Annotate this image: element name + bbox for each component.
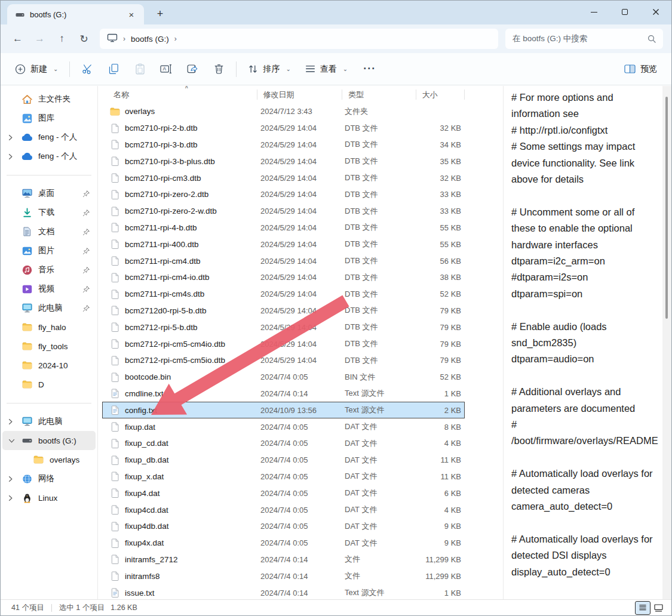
file-row-config.txt[interactable]: config.txt 2024/10/9 13:56 Text 源文件 2 KB bbox=[102, 402, 465, 418]
sidebar-item-fly_tools[interactable]: fly_tools bbox=[2, 337, 96, 356]
sidebar-item-图片[interactable]: 图片 bbox=[2, 241, 96, 260]
sidebar-item-label: 主文件夹 bbox=[38, 94, 82, 104]
file-name-cell: fixup.dat bbox=[102, 422, 260, 432]
file-row-cmdline.txt[interactable]: cmdline.txt 2024/7/4 0:14 Text 源文件 1 KB bbox=[102, 386, 465, 402]
file-type: DTB 文件 bbox=[345, 139, 415, 150]
textfile-icon bbox=[110, 588, 120, 597]
preview-scrollbar[interactable] bbox=[662, 86, 671, 599]
large-icons-view-button[interactable] bbox=[651, 602, 665, 614]
sidebar-item-音乐[interactable]: 音乐 bbox=[2, 260, 96, 279]
file-row-bcm2710-rpi-zero-2.dtb[interactable]: bcm2710-rpi-zero-2.dtb 2024/5/29 14:04 D… bbox=[102, 186, 465, 203]
breadcrumb[interactable]: › bootfs (G:) › bbox=[100, 29, 498, 49]
file-row-fixup4db.dat[interactable]: fixup4db.dat 2024/7/4 0:05 DAT 文件 9 KB bbox=[102, 518, 465, 535]
file-row-fixup4.dat[interactable]: fixup4.dat 2024/7/4 0:05 DAT 文件 6 KB bbox=[102, 485, 465, 501]
file-row-issue.txt[interactable]: issue.txt 2024/7/4 0:14 Text 源文件 1 KB bbox=[102, 584, 465, 599]
share-button[interactable] bbox=[179, 58, 205, 81]
sidebar-item-网络[interactable]: 网络 bbox=[2, 469, 96, 488]
copy-button[interactable] bbox=[100, 58, 127, 81]
file-row-bcm2712d0-rpi-5-b.dtb[interactable]: bcm2712d0-rpi-5-b.dtb 2024/5/29 14:04 DT… bbox=[102, 303, 465, 319]
file-row-initramfs8[interactable]: initramfs8 2024/7/4 0:14 文件 11,299 KB bbox=[102, 568, 465, 584]
file-type: DAT 文件 bbox=[345, 504, 415, 515]
preview-toggle-button[interactable]: 预览 bbox=[617, 58, 664, 81]
new-tab-button[interactable]: + bbox=[151, 5, 169, 23]
column-divider[interactable] bbox=[464, 90, 465, 100]
sidebar-item-feng---个人[interactable]: feng - 个人 bbox=[2, 128, 96, 147]
more-options-button[interactable]: ··· bbox=[355, 63, 384, 75]
column-header-type[interactable]: 类型 bbox=[342, 90, 416, 100]
file-row-bootcode.bin[interactable]: bootcode.bin 2024/7/4 0:05 BIN 文件 52 KB bbox=[102, 369, 465, 386]
sidebar-item-2024-10[interactable]: 2024-10 bbox=[2, 356, 96, 375]
file-row-bcm2711-rpi-4-b.dtb[interactable]: bcm2711-rpi-4-b.dtb 2024/5/29 14:04 DTB … bbox=[102, 220, 465, 236]
file-row-fixup_cd.dat[interactable]: fixup_cd.dat 2024/7/4 0:05 DAT 文件 4 KB bbox=[102, 435, 465, 452]
paste-button[interactable] bbox=[127, 58, 153, 81]
sidebar-item-视频[interactable]: 视频 bbox=[2, 279, 96, 298]
file-row-bcm2711-rpi-cm4.dtb[interactable]: bcm2711-rpi-cm4.dtb 2024/5/29 14:04 DTB … bbox=[102, 252, 465, 269]
sort-button[interactable]: 排序 ⌄ bbox=[241, 58, 297, 81]
chevron-right-icon[interactable] bbox=[8, 476, 21, 482]
file-date: 2024/5/29 14:04 bbox=[260, 140, 345, 149]
file-row-bcm2710-rpi-3-b-plus.dtb[interactable]: bcm2710-rpi-3-b-plus.dtb 2024/5/29 14:04… bbox=[102, 153, 465, 170]
delete-button[interactable] bbox=[205, 58, 232, 81]
file-row-fixup4x.dat[interactable]: fixup4x.dat 2024/7/4 0:05 DAT 文件 9 KB bbox=[102, 535, 465, 552]
sidebar-item-图库[interactable]: 图库 bbox=[2, 109, 96, 128]
sidebar-item-文档[interactable]: 文档 bbox=[2, 222, 96, 241]
sidebar-item-Linux[interactable]: Linux bbox=[2, 488, 96, 507]
file-icon bbox=[110, 173, 120, 183]
tab-bootfs[interactable]: bootfs (G:) × bbox=[7, 4, 144, 24]
chevron-right-icon[interactable]: › bbox=[174, 35, 177, 43]
file-row-fixup.dat[interactable]: fixup.dat 2024/7/4 0:05 DAT 文件 8 KB bbox=[102, 418, 465, 435]
new-button[interactable]: 新建 ⌄ bbox=[8, 58, 65, 81]
file-row-bcm2710-rpi-cm3.dtb[interactable]: bcm2710-rpi-cm3.dtb 2024/5/29 14:04 DTB … bbox=[102, 170, 465, 186]
file-row-bcm2710-rpi-zero-2-w.dtb[interactable]: bcm2710-rpi-zero-2-w.dtb 2024/5/29 14:04… bbox=[102, 203, 465, 220]
sidebar-item-桌面[interactable]: 桌面 bbox=[2, 184, 96, 203]
column-header-name[interactable]: 名称 bbox=[102, 90, 257, 100]
file-row-bcm2711-rpi-cm4-io.dtb[interactable]: bcm2711-rpi-cm4-io.dtb 2024/5/29 14:04 D… bbox=[102, 269, 465, 286]
file-row-fixup_db.dat[interactable]: fixup_db.dat 2024/7/4 0:05 DAT 文件 11 KB bbox=[102, 452, 465, 469]
file-row-bcm2710-rpi-2-b.dtb[interactable]: bcm2710-rpi-2-b.dtb 2024/5/29 14:04 DTB … bbox=[102, 120, 465, 137]
tab-close-icon[interactable]: × bbox=[125, 8, 138, 21]
file-row-bcm2712-rpi-5-b.dtb[interactable]: bcm2712-rpi-5-b.dtb 2024/5/29 14:04 DTB … bbox=[102, 319, 465, 335]
maximize-button[interactable] bbox=[609, 1, 640, 23]
file-row-initramfs_2712[interactable]: initramfs_2712 2024/7/4 0:14 文件 11,299 K… bbox=[102, 552, 465, 568]
chevron-right-icon[interactable] bbox=[8, 153, 21, 160]
sidebar-item-fly_halo[interactable]: fly_halo bbox=[2, 318, 96, 337]
preview-scrollbar-thumb[interactable] bbox=[665, 97, 668, 319]
sidebar-item-overlays[interactable]: overlays bbox=[2, 450, 96, 469]
file-row-bcm2712-rpi-cm5-cm5io.dtb[interactable]: bcm2712-rpi-cm5-cm5io.dtb 2024/5/29 14:0… bbox=[102, 352, 465, 369]
sidebar-item-feng---个人[interactable]: feng - 个人 bbox=[2, 147, 96, 166]
column-header-size[interactable]: 大小 bbox=[416, 90, 464, 100]
file-row-overlays[interactable]: overlays 2024/7/12 3:43 文件夹 bbox=[102, 103, 465, 120]
file-row-bcm2711-rpi-400.dtb[interactable]: bcm2711-rpi-400.dtb 2024/5/29 14:04 DTB … bbox=[102, 236, 465, 252]
pin-icon bbox=[82, 228, 91, 236]
sidebar-item-D[interactable]: D bbox=[2, 375, 96, 394]
chevron-right-icon[interactable] bbox=[8, 495, 21, 501]
chevron-right-icon[interactable] bbox=[8, 418, 21, 425]
back-button[interactable]: ← bbox=[7, 29, 29, 49]
chevron-right-icon[interactable] bbox=[8, 134, 21, 141]
search-input[interactable]: 在 bootfs (G:) 中搜索 bbox=[505, 29, 663, 49]
forward-button[interactable]: → bbox=[29, 29, 51, 49]
file-name-cell: bcm2710-rpi-3-b-plus.dtb bbox=[102, 156, 260, 166]
file-row-bcm2710-rpi-3-b.dtb[interactable]: bcm2710-rpi-3-b.dtb 2024/5/29 14:04 DTB … bbox=[102, 137, 465, 153]
file-row-fixup_x.dat[interactable]: fixup_x.dat 2024/7/4 0:05 DAT 文件 11 KB bbox=[102, 469, 465, 485]
close-button[interactable] bbox=[640, 1, 671, 23]
file-row-fixup4cd.dat[interactable]: fixup4cd.dat 2024/7/4 0:05 DAT 文件 4 KB bbox=[102, 501, 465, 518]
breadcrumb-location[interactable]: bootfs (G:) bbox=[131, 35, 169, 44]
sidebar-item-此电脑[interactable]: 此电脑 bbox=[2, 298, 96, 318]
sidebar-item-此电脑[interactable]: 此电脑 bbox=[2, 412, 96, 431]
refresh-button[interactable]: ↻ bbox=[73, 29, 95, 49]
rename-button[interactable]: A bbox=[153, 58, 179, 81]
sidebar-item-bootfs-G-[interactable]: bootfs (G:) bbox=[2, 431, 96, 450]
column-header-date[interactable]: 修改日期 bbox=[257, 90, 342, 100]
minimize-button[interactable] bbox=[578, 1, 609, 23]
chevron-down-icon[interactable] bbox=[8, 439, 21, 443]
cut-button[interactable] bbox=[74, 58, 100, 81]
file-row-bcm2712-rpi-cm5-cm4io.dtb[interactable]: bcm2712-rpi-cm5-cm4io.dtb 2024/5/29 14:0… bbox=[102, 335, 465, 352]
file-row-bcm2711-rpi-cm4s.dtb[interactable]: bcm2711-rpi-cm4s.dtb 2024/5/29 14:04 DTB… bbox=[102, 286, 465, 303]
details-view-button[interactable] bbox=[636, 602, 650, 614]
up-button[interactable]: ↑ bbox=[51, 29, 73, 49]
sidebar-item-label: fly_halo bbox=[38, 323, 82, 332]
sidebar-item-下载[interactable]: 下载 bbox=[2, 203, 96, 222]
view-button[interactable]: 查看 ⌄ bbox=[298, 58, 355, 81]
sidebar-item-主文件夹[interactable]: 主文件夹 bbox=[2, 90, 96, 109]
